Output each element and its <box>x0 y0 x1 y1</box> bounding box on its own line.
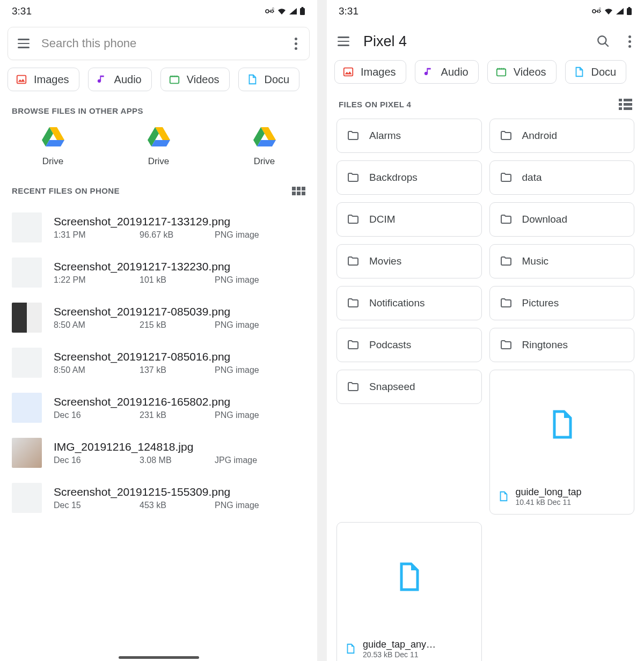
hamburger-icon[interactable] <box>18 39 30 48</box>
folder-icon <box>347 339 360 351</box>
svg-point-0 <box>266 10 269 13</box>
folder-icon <box>347 129 360 142</box>
file-type: JPG image <box>215 456 257 465</box>
svg-rect-5 <box>170 77 179 84</box>
document-icon <box>396 562 422 592</box>
phone-screen-right: 3:31 G Pixel 4 Images Audio Videos <box>327 0 644 661</box>
document-icon <box>549 409 575 439</box>
file-name: Screenshot_20191215-155309.png <box>54 486 305 498</box>
folder-card[interactable]: Ringtones <box>489 328 635 362</box>
file-size: 137 kB <box>140 365 215 375</box>
folder-name: data <box>522 172 542 183</box>
folder-card[interactable]: Movies <box>336 244 482 278</box>
folder-icon <box>500 339 513 351</box>
file-size: 231 kB <box>140 410 215 420</box>
folder-card[interactable]: Backdrops <box>336 160 482 195</box>
image-icon <box>342 66 354 78</box>
file-name: Screenshot_20191217-133129.png <box>54 215 305 228</box>
svg-rect-8 <box>627 8 632 15</box>
nav-gesture-indicator <box>119 656 199 659</box>
chip-audio[interactable]: Audio <box>88 68 152 91</box>
file-time: 1:22 PM <box>54 275 140 285</box>
folder-card[interactable]: Notifications <box>336 286 482 320</box>
image-icon <box>16 74 27 85</box>
browse-apps-header: BROWSE FILES IN OTHER APPS <box>0 99 317 121</box>
file-thumbnail <box>12 393 42 423</box>
file-name: guide_tap_any… <box>363 639 436 650</box>
more-icon[interactable] <box>626 33 633 50</box>
file-size: 215 kB <box>140 320 215 330</box>
recent-file-list: Screenshot_20191217-133129.png1:31 PM96.… <box>0 201 317 525</box>
file-thumbnail <box>12 348 42 378</box>
folder-icon <box>347 213 360 226</box>
phone-screen-left: 3:31 G Search this phone Images Audio Vi… <box>0 0 327 661</box>
file-time: 8:50 AM <box>54 365 140 375</box>
folder-card[interactable]: Alarms <box>336 119 482 153</box>
file-card[interactable]: guide_long_tap10.41 kB Dec 11 <box>489 370 635 515</box>
folder-card[interactable]: Podcasts <box>336 328 482 362</box>
file-row[interactable]: IMG_20191216_124818.jpgDec 163.08 MBJPG … <box>0 430 317 475</box>
file-type: PNG image <box>215 275 259 285</box>
folder-name: Movies <box>369 255 401 267</box>
document-icon <box>573 66 585 78</box>
folder-name: DCIM <box>369 214 396 225</box>
file-row[interactable]: Screenshot_20191215-155309.pngDec 15453 … <box>0 475 317 520</box>
search-box[interactable]: Search this phone <box>8 27 310 60</box>
file-row[interactable]: Screenshot_20191217-132230.png1:22 PM101… <box>0 250 317 295</box>
file-time: Dec 16 <box>54 456 140 465</box>
folder-card[interactable]: Download <box>489 202 635 237</box>
drive-app-1[interactable]: Drive <box>147 126 171 167</box>
video-icon <box>169 74 180 85</box>
file-type: PNG image <box>215 410 259 420</box>
list-view-icon[interactable] <box>619 99 632 110</box>
search-icon[interactable] <box>596 34 610 48</box>
drive-app-2[interactable]: Drive <box>253 126 276 167</box>
folder-name: Alarms <box>369 130 401 142</box>
file-size: 101 kB <box>140 275 215 285</box>
svg-rect-2 <box>300 8 305 15</box>
file-row[interactable]: Screenshot_20191216-165802.pngDec 16231 … <box>0 385 317 430</box>
svg-text:G: G <box>272 8 274 10</box>
file-card[interactable]: guide_tap_any…20.53 kB Dec 11 <box>336 522 482 661</box>
more-icon[interactable] <box>292 35 299 52</box>
chip-documents[interactable]: Docu <box>238 68 300 91</box>
folder-name: Download <box>522 214 568 225</box>
chip-videos[interactable]: Videos <box>487 60 557 84</box>
folder-card[interactable]: data <box>489 160 635 195</box>
music-note-icon <box>96 74 108 85</box>
chip-images[interactable]: Images <box>334 60 406 84</box>
drive-app-0[interactable]: Drive <box>41 126 65 167</box>
svg-text:G: G <box>599 8 601 10</box>
folder-card[interactable]: Pictures <box>489 286 635 320</box>
svg-rect-3 <box>302 7 304 9</box>
file-type: PNG image <box>215 501 259 510</box>
folder-card[interactable]: Music <box>489 244 635 278</box>
status-time: 3:31 <box>12 5 32 17</box>
recent-files-header: RECENT FILES ON PHONE <box>0 179 317 201</box>
chip-videos[interactable]: Videos <box>160 68 230 91</box>
svg-point-6 <box>592 10 596 13</box>
file-name: Screenshot_20191217-085016.png <box>54 350 305 363</box>
folder-name: Snapseed <box>369 381 415 393</box>
chip-documents[interactable]: Docu <box>565 60 627 84</box>
file-name: guide_long_tap <box>516 487 582 498</box>
file-meta: 10.41 kB Dec 11 <box>516 498 582 506</box>
file-row[interactable]: Screenshot_20191217-085016.png8:50 AM137… <box>0 340 317 385</box>
file-row[interactable]: Screenshot_20191217-085039.png8:50 AM215… <box>0 295 317 340</box>
folder-icon <box>347 171 360 184</box>
folder-card[interactable]: Snapseed <box>336 370 482 404</box>
file-type: PNG image <box>215 320 259 330</box>
file-name: Screenshot_20191216-165802.png <box>54 395 305 408</box>
grid-view-icon[interactable] <box>292 187 305 195</box>
hamburger-icon[interactable] <box>338 36 349 46</box>
chip-audio[interactable]: Audio <box>415 60 479 84</box>
app-bar: Pixel 4 <box>327 23 644 60</box>
folder-icon <box>500 171 513 184</box>
folder-card[interactable]: DCIM <box>336 202 482 237</box>
file-row[interactable]: Screenshot_20191217-133129.png1:31 PM96.… <box>0 205 317 250</box>
status-time: 3:31 <box>339 5 358 17</box>
folder-card[interactable]: Android <box>489 119 635 153</box>
folder-name: Backdrops <box>369 172 418 183</box>
chip-images[interactable]: Images <box>8 68 79 91</box>
file-size: 453 kB <box>140 501 215 510</box>
